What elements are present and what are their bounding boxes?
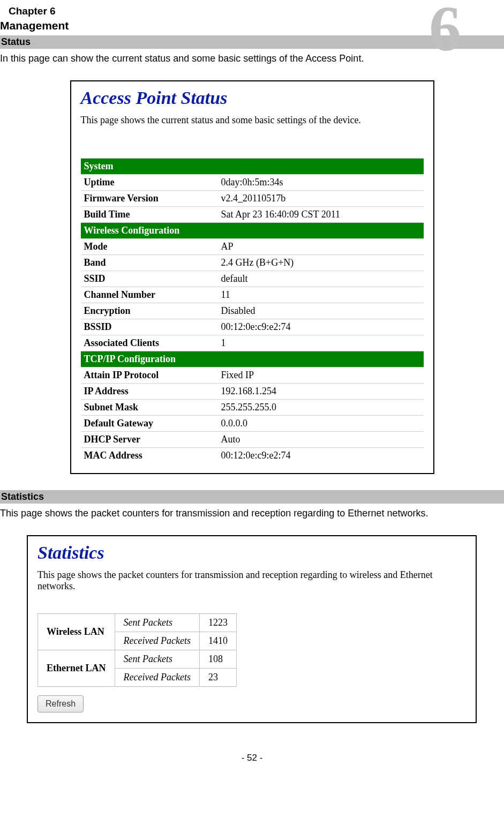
status-label: Encryption [81,303,218,319]
status-value: Auto [218,432,424,448]
status-panel-subtitle: This page shows the current status and s… [81,114,424,158]
status-value: Fixed IP [218,367,424,384]
stats-interface-name: Wireless LAN [38,614,115,650]
table-row: Channel Number11 [81,287,424,303]
status-label: Associated Clients [81,335,218,351]
stats-metric-label: Received Packets [115,632,199,650]
status-value: 0day:0h:5m:34s [218,175,424,191]
status-label: Default Gateway [81,416,218,432]
table-row: DHCP ServerAuto [81,432,424,448]
stats-metric-value: 23 [199,669,236,687]
status-label: Attain IP Protocol [81,367,218,384]
status-label: SSID [81,271,218,287]
status-value: Sat Apr 23 16:40:09 CST 2011 [218,207,424,223]
status-screenshot: Access Point Status This page shows the … [70,80,434,474]
status-label: IP Address [81,384,218,400]
status-heading: Status [0,35,504,49]
status-section-header: System [81,159,424,175]
table-row: BSSID00:12:0e:c9:e2:74 [81,319,424,335]
status-value: 2.4 GHz (B+G+N) [218,255,424,271]
stats-metric-value: 1223 [199,614,236,632]
stats-metric-label: Received Packets [115,669,199,687]
status-label: Firmware Version [81,191,218,207]
stats-metric-value: 1410 [199,632,236,650]
table-row: IP Address192.168.1.254 [81,384,424,400]
table-row: Attain IP ProtocolFixed IP [81,367,424,384]
status-value: AP [218,239,424,255]
statistics-screenshot: Statistics This page shows the packet co… [27,535,477,723]
table-row: Firmware Versionv2.4_20110517b [81,191,424,207]
status-section-header: TCP/IP Configuration [81,351,424,367]
stats-metric-value: 108 [199,650,236,669]
status-value: 00:12:0e:c9:e2:74 [218,319,424,335]
status-value: Disabled [218,303,424,319]
table-row: Default Gateway0.0.0.0 [81,416,424,432]
statistics-panel-subtitle: This page shows the packet counters for … [37,568,466,597]
status-value: 0.0.0.0 [218,416,424,432]
status-label: Build Time [81,207,218,223]
status-label: Subnet Mask [81,400,218,416]
stats-interface-name: Ethernet LAN [38,650,115,687]
stats-metric-label: Sent Packets [115,614,199,632]
status-panel-title: Access Point Status [81,88,424,114]
table-row: SSIDdefault [81,271,424,287]
table-row: Ethernet LANSent Packets108 [38,650,237,669]
stats-metric-label: Sent Packets [115,650,199,669]
status-table: SystemUptime0day:0h:5m:34sFirmware Versi… [81,158,424,463]
status-label: Channel Number [81,287,218,303]
status-value: 1 [218,335,424,351]
status-value: default [218,271,424,287]
management-title: Management [0,19,504,35]
status-label: Band [81,255,218,271]
refresh-button[interactable]: Refresh [37,695,84,712]
statistics-table: Wireless LANSent Packets1223Received Pac… [37,613,237,687]
status-intro: In this page can show the current status… [0,49,504,80]
status-value: 00:12:0e:c9:e2:74 [218,448,424,464]
chapter-label: Chapter 6 [0,0,504,19]
statistics-heading: Statistics [0,490,504,504]
table-row: Build TimeSat Apr 23 16:40:09 CST 2011 [81,207,424,223]
page-number: - 52 - [0,739,504,763]
status-value: v2.4_20110517b [218,191,424,207]
table-row: EncryptionDisabled [81,303,424,319]
chapter-number-decor: 6 [429,0,461,58]
status-value: 192.168.1.254 [218,384,424,400]
status-value: 11 [218,287,424,303]
table-row: MAC Address00:12:0e:c9:e2:74 [81,448,424,464]
status-label: Mode [81,239,218,255]
table-row: ModeAP [81,239,424,255]
status-label: Uptime [81,175,218,191]
table-row: Band2.4 GHz (B+G+N) [81,255,424,271]
table-row: Uptime0day:0h:5m:34s [81,175,424,191]
statistics-intro: This page shows the packet counters for … [0,504,504,535]
status-label: MAC Address [81,448,218,464]
statistics-panel-title: Statistics [37,543,466,568]
status-label: BSSID [81,319,218,335]
status-section-header: Wireless Configuration [81,223,424,239]
table-row: Subnet Mask255.255.255.0 [81,400,424,416]
status-label: DHCP Server [81,432,218,448]
status-value: 255.255.255.0 [218,400,424,416]
table-row: Associated Clients1 [81,335,424,351]
table-row: Wireless LANSent Packets1223 [38,614,237,632]
